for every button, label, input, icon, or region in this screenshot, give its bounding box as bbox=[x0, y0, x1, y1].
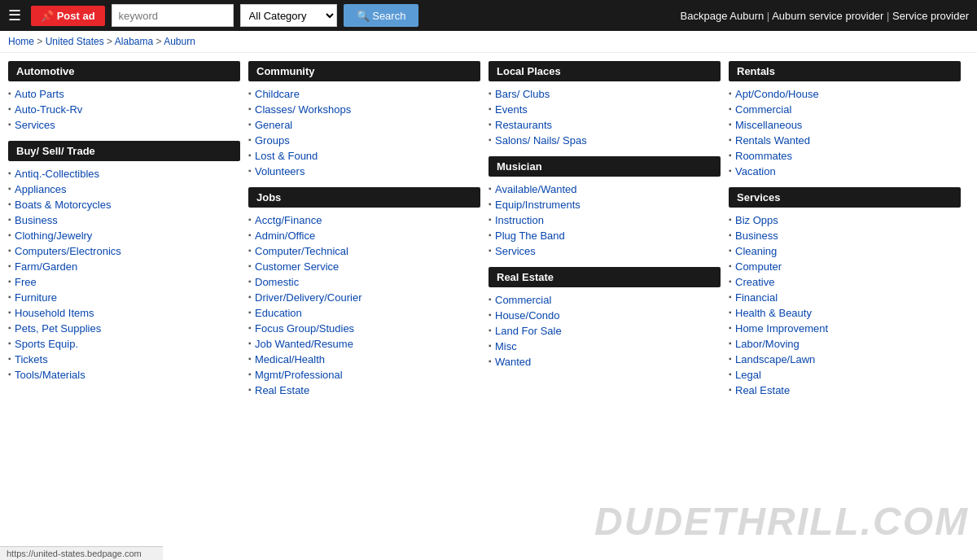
domestic-link[interactable]: Domestic bbox=[255, 276, 299, 288]
groups-link[interactable]: Groups bbox=[255, 134, 290, 147]
breadcrumb-city[interactable]: Auburn bbox=[164, 36, 195, 47]
re-commercial-link[interactable]: Commercial bbox=[495, 294, 551, 306]
classes-workshops-link[interactable]: Classes/ Workshops bbox=[255, 103, 351, 116]
wanted-link[interactable]: Wanted bbox=[495, 356, 531, 368]
biz-opps-link[interactable]: Biz Opps bbox=[735, 214, 778, 226]
driver-delivery-link[interactable]: Driver/Delivery/Courier bbox=[255, 291, 361, 304]
tickets-link[interactable]: Tickets bbox=[15, 353, 48, 365]
service-provider-link[interactable]: Service provider bbox=[892, 10, 969, 22]
auto-parts-link[interactable]: Auto Parts bbox=[15, 88, 64, 100]
list-item: Farm/Garden bbox=[8, 259, 240, 274]
cleaning-link[interactable]: Cleaning bbox=[735, 245, 777, 257]
services-business-link[interactable]: Business bbox=[735, 230, 778, 242]
business-buy-link[interactable]: Business bbox=[15, 214, 58, 226]
post-ad-icon: 📌 bbox=[41, 10, 54, 22]
search-button[interactable]: 🔍 Search bbox=[344, 4, 419, 27]
tools-materials-link[interactable]: Tools/Materials bbox=[15, 369, 85, 381]
restaurants-link[interactable]: Restaurants bbox=[495, 119, 552, 131]
volunteers-link[interactable]: Volunteers bbox=[255, 165, 304, 177]
farm-garden-link[interactable]: Farm/Garden bbox=[15, 260, 77, 273]
auto-truck-rv-link[interactable]: Auto-Truck-Rv bbox=[15, 103, 82, 116]
bars-clubs-link[interactable]: Bars/ Clubs bbox=[495, 88, 550, 100]
rentals-header: Rentals bbox=[729, 61, 961, 81]
list-item: Vacation bbox=[729, 164, 961, 179]
vacation-link[interactable]: Vacation bbox=[735, 165, 776, 177]
equip-instruments-link[interactable]: Equip/Instruments bbox=[495, 199, 581, 211]
services-section: Services Biz Opps Business Cleaning Comp… bbox=[729, 187, 969, 406]
labor-moving-link[interactable]: Labor/Moving bbox=[735, 338, 800, 350]
events-link[interactable]: Events bbox=[495, 103, 528, 116]
breadcrumb-country[interactable]: United States bbox=[46, 36, 104, 47]
search-input[interactable] bbox=[112, 4, 234, 27]
health-beauty-link[interactable]: Health & Beauty bbox=[735, 307, 812, 319]
furniture-link[interactable]: Furniture bbox=[15, 291, 57, 304]
admin-office-link[interactable]: Admin/Office bbox=[255, 230, 315, 242]
list-item: Wanted bbox=[488, 354, 721, 370]
focus-group-link[interactable]: Focus Group/Studies bbox=[255, 322, 354, 335]
list-item: Events bbox=[488, 102, 721, 117]
automotive-services-link[interactable]: Services bbox=[15, 119, 55, 131]
appliances-link[interactable]: Appliances bbox=[15, 183, 67, 195]
list-item: Tickets bbox=[8, 352, 240, 367]
customer-service-link[interactable]: Customer Service bbox=[255, 260, 339, 273]
house-condo-link[interactable]: House/Condo bbox=[495, 309, 560, 322]
post-ad-button[interactable]: 📌 Post ad bbox=[31, 6, 105, 26]
local-places-header: Local Places bbox=[488, 61, 721, 81]
acctg-finance-link[interactable]: Acctg/Finance bbox=[255, 214, 322, 226]
list-item: Computers/Electronics bbox=[8, 243, 240, 259]
mgmt-professional-link[interactable]: Mgmt/Professional bbox=[255, 369, 343, 381]
musician-services-link[interactable]: Services bbox=[495, 245, 536, 257]
computer-technical-link[interactable]: Computer/Technical bbox=[255, 245, 348, 257]
miscellaneous-link[interactable]: Miscellaneous bbox=[735, 119, 802, 131]
pets-supplies-link[interactable]: Pets, Pet Supplies bbox=[15, 322, 101, 335]
backpage-auburn-link[interactable]: Backpage Auburn bbox=[681, 10, 765, 22]
buy-sell-trade-section: Buy/ Sell/ Trade Antiq.-Collectibles App… bbox=[8, 141, 248, 391]
rentals-wanted-link[interactable]: Rentals Wanted bbox=[735, 134, 810, 147]
clothing-jewelry-link[interactable]: Clothing/Jewelry bbox=[15, 230, 92, 242]
antiq-collectibles-link[interactable]: Antiq.-Collectibles bbox=[15, 168, 99, 180]
list-item: Bars/ Clubs bbox=[488, 86, 721, 102]
general-link[interactable]: General bbox=[255, 119, 292, 131]
column-3: Local Places Bars/ Clubs Events Restaura… bbox=[488, 61, 729, 406]
misc-link[interactable]: Misc bbox=[495, 340, 517, 352]
list-item: Volunteers bbox=[248, 164, 480, 179]
breadcrumb-state[interactable]: Alabama bbox=[115, 36, 153, 47]
land-for-sale-link[interactable]: Land For Sale bbox=[495, 325, 562, 337]
education-link[interactable]: Education bbox=[255, 307, 302, 319]
search-icon: 🔍 bbox=[357, 10, 370, 22]
household-items-link[interactable]: Household Items bbox=[15, 307, 94, 319]
auburn-service-provider-link[interactable]: Auburn service provider bbox=[772, 10, 883, 22]
creative-link[interactable]: Creative bbox=[735, 276, 774, 288]
computer-link[interactable]: Computer bbox=[735, 260, 782, 273]
boats-motorcycles-link[interactable]: Boats & Motorcycles bbox=[15, 199, 112, 211]
jobs-real-estate-link[interactable]: Real Estate bbox=[255, 384, 309, 396]
list-item: Equip/Instruments bbox=[488, 197, 721, 212]
services-real-estate-link[interactable]: Real Estate bbox=[735, 384, 790, 396]
column-1: Automotive Auto Parts Auto-Truck-Rv Serv… bbox=[8, 61, 248, 406]
roommates-link[interactable]: Roommates bbox=[735, 150, 792, 162]
instruction-link[interactable]: Instruction bbox=[495, 214, 544, 226]
breadcrumb-home[interactable]: Home bbox=[8, 36, 34, 47]
computers-electronics-link[interactable]: Computers/Electronics bbox=[15, 245, 121, 257]
community-header: Community bbox=[248, 61, 480, 81]
rentals-commercial-link[interactable]: Commercial bbox=[735, 103, 791, 116]
sports-equip-link[interactable]: Sports Equip. bbox=[15, 338, 78, 350]
lost-found-link[interactable]: Lost & Found bbox=[255, 150, 318, 162]
column-2: Community Childcare Classes/ Workshops G… bbox=[248, 61, 488, 406]
hamburger-icon[interactable]: ☰ bbox=[8, 7, 21, 24]
home-improvement-link[interactable]: Home Improvement bbox=[735, 322, 828, 335]
musician-list: Available/Wanted Equip/Instruments Instr… bbox=[488, 182, 721, 259]
legal-link[interactable]: Legal bbox=[735, 369, 761, 381]
medical-health-link[interactable]: Medical/Health bbox=[255, 353, 325, 365]
job-wanted-resume-link[interactable]: Job Wanted/Resume bbox=[255, 338, 353, 350]
available-wanted-link[interactable]: Available/Wanted bbox=[495, 183, 576, 195]
category-select[interactable]: All Category Automotive Buy/Sell/Trade C… bbox=[240, 4, 337, 27]
free-link[interactable]: Free bbox=[15, 276, 37, 288]
breadcrumb-sep3: > bbox=[156, 36, 164, 47]
landscape-lawn-link[interactable]: Landscape/Lawn bbox=[735, 353, 815, 365]
financial-link[interactable]: Financial bbox=[735, 291, 778, 304]
apt-condo-house-link[interactable]: Apt/Condo/House bbox=[735, 88, 819, 100]
salons-nails-spas-link[interactable]: Salons/ Nails/ Spas bbox=[495, 134, 587, 147]
plug-the-band-link[interactable]: Plug The Band bbox=[495, 230, 565, 242]
childcare-link[interactable]: Childcare bbox=[255, 88, 300, 100]
